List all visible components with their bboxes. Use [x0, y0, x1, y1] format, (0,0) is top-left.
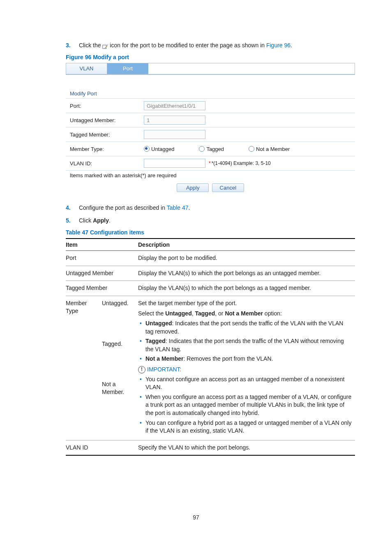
warning-icon: ! [138, 366, 145, 373]
step-text: Configure the port as described in [79, 204, 167, 211]
list-item: Tagged: Indicates that the port sends th… [145, 337, 352, 353]
figure-link[interactable]: Figure 96 [266, 42, 291, 49]
port-label: Port: [66, 103, 144, 109]
step-5: 5. Click Apply. [66, 216, 355, 225]
list-item: When you configure an access port as a t… [145, 393, 352, 417]
step-text: Click [79, 217, 93, 224]
modify-icon [102, 43, 108, 49]
cell-subitem: Tagged. [102, 337, 138, 377]
figure-box: VLAN Port [66, 63, 355, 75]
cell-desc: Display the VLAN(s) to which the port be… [138, 266, 355, 281]
svg-line-2 [107, 45, 108, 46]
modify-port-form: Modify Port Port: Untagged Member: Tagge… [66, 77, 355, 196]
member-type-radio-group: Untagged Tagged Not a Member [144, 146, 290, 152]
table-caption: Table 47 Configuration items [66, 229, 355, 236]
step-3: 3. Click the icon for the port to be mod… [66, 41, 355, 50]
radio-not-member-label: Not a Member [256, 146, 290, 152]
important-heading: ! IMPORTANT: [138, 366, 352, 374]
th-desc: Description [138, 239, 355, 251]
section-title: Modify Port [66, 90, 355, 98]
step-tail: . [109, 217, 111, 224]
tab-vlan[interactable]: VLAN [66, 63, 107, 74]
step-number: 3. [66, 41, 77, 50]
vlan-id-label: VLAN ID: [66, 160, 144, 167]
cell-item: Member Type [66, 296, 102, 440]
vlan-id-input[interactable] [144, 159, 205, 168]
radio-untagged-label: Untagged [151, 146, 174, 152]
step-tail: . [291, 42, 292, 49]
table-row: Untagged Member Display the VLAN(s) to w… [66, 266, 355, 281]
row-member-type: Member Type: Untagged Tagged Not a Membe… [66, 141, 355, 156]
row-tagged-member: Tagged Member: [66, 127, 355, 141]
tagged-member-input [144, 130, 205, 139]
step-tail: . [189, 204, 190, 211]
row-untagged-member: Untagged Member: [66, 113, 355, 127]
tagged-member-label: Tagged Member: [66, 132, 144, 138]
mt-option-list: Untagged: Indicates that the port sends … [138, 320, 352, 363]
radio-untagged[interactable]: Untagged [144, 146, 174, 152]
radio-tagged-label: Tagged [206, 146, 224, 152]
table-row: Port Display the port to be modified. [66, 251, 355, 266]
untagged-member-label: Untagged Member: [66, 117, 144, 123]
radio-icon [144, 146, 150, 152]
row-vlan-id: VLAN ID: **(1-4094) Example: 3, 5-10 [66, 156, 355, 171]
cancel-button[interactable]: Cancel [212, 183, 244, 192]
mt-line2: Select the Untagged, Tagged, or Not a Me… [138, 310, 352, 318]
member-type-label: Member Type: [66, 146, 144, 152]
port-input [144, 101, 205, 110]
svg-rect-0 [103, 45, 106, 49]
cell-desc: Set the target member type of the port. … [138, 296, 355, 440]
important-label: IMPORTANT: [147, 366, 182, 374]
page-number: 97 [0, 514, 392, 521]
page: 3. Click the icon for the port to be mod… [0, 0, 392, 533]
important-list: You cannot configure an access port as a… [138, 375, 352, 435]
untagged-member-input [144, 116, 205, 125]
cell-item: VLAN ID [66, 440, 138, 455]
cell-desc: Display the VLAN(s) to which the port be… [138, 281, 355, 296]
list-item: Untagged: Indicates that the port sends … [145, 320, 352, 336]
row-port: Port: [66, 98, 355, 113]
radio-tagged[interactable]: Tagged [199, 146, 224, 152]
table-row: VLAN ID Specify the VLAN to which the po… [66, 440, 355, 455]
figure-caption: Figure 96 Modify a port [66, 54, 355, 60]
cell-subitem: Not a Member. [102, 377, 138, 440]
apply-word: Apply [93, 217, 109, 224]
tab-port[interactable]: Port [107, 63, 148, 74]
svg-line-1 [105, 46, 108, 49]
th-item: Item [66, 239, 138, 251]
cell-subitem: Untagged. [102, 296, 138, 336]
table-row: Tagged Member Display the VLAN(s) to whi… [66, 281, 355, 296]
mt-line1: Set the target member type of the port. [138, 299, 352, 308]
step-4: 4. Configure the port as described in Ta… [66, 204, 355, 212]
apply-button[interactable]: Apply [177, 183, 209, 192]
configuration-table: Item Description Port Display the port t… [66, 238, 355, 456]
radio-icon [249, 146, 254, 152]
radio-icon [199, 146, 205, 152]
table-link[interactable]: Table 47 [167, 204, 189, 211]
step-number: 5. [66, 216, 77, 225]
cell-item: Untagged Member [66, 266, 138, 281]
table-row: Member Type Untagged. Set the target mem… [66, 296, 355, 336]
step-text-pre: Click the [79, 42, 103, 49]
step-text-post: icon for the port to be modified to ente… [110, 42, 266, 49]
cell-item: Port [66, 251, 138, 266]
vlan-id-hint: *(1-4094) Example: 3, 5-10 [212, 160, 271, 166]
cell-desc: Specify the VLAN to which the port belon… [138, 440, 355, 455]
button-row: Apply Cancel [66, 182, 355, 196]
cell-item: Tagged Member [66, 281, 138, 296]
list-item: You cannot configure an access port as a… [145, 375, 352, 392]
cell-desc: Display the port to be modified. [138, 251, 355, 266]
tab-row: VLAN Port [66, 63, 355, 74]
required-note: Items marked with an asterisk(*) are req… [66, 171, 355, 182]
step-number: 4. [66, 204, 77, 212]
list-item: Not a Member: Removes the port from the … [145, 355, 352, 363]
list-item: You can configure a hybrid port as a tag… [145, 419, 352, 435]
radio-not-member[interactable]: Not a Member [249, 146, 290, 152]
